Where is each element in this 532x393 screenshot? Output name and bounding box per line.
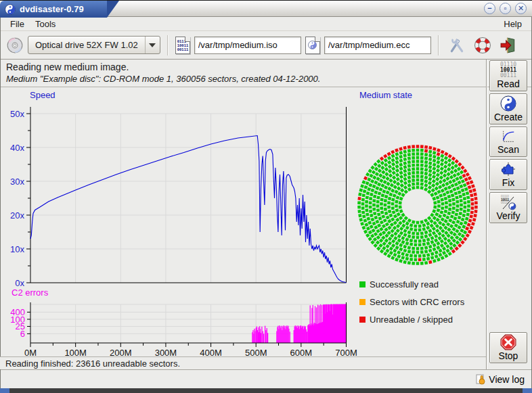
window-title: dvdisaster-0.79	[20, 4, 84, 14]
lifesaver-icon	[474, 37, 491, 54]
toolbar-separator	[167, 35, 169, 55]
iso-file-icon: 0111 10011 00111	[175, 37, 190, 54]
legend-label: Unreadable / skipped	[370, 315, 453, 325]
status-area: Reading new medium image. Medium "Exampl…	[1, 60, 531, 87]
minimize-button[interactable]: −	[484, 3, 495, 14]
exit-door-icon	[500, 37, 517, 54]
svg-text:700M: 700M	[335, 348, 357, 356]
svg-text:20x: 20x	[10, 210, 24, 221]
app-logo-yinyang-icon	[5, 4, 16, 15]
view-log-button[interactable]: View log	[476, 373, 525, 385]
menu-tools[interactable]: Tools	[30, 18, 61, 30]
legend-item-unreadable: Unreadable / skipped	[359, 315, 464, 325]
resize-grip-right[interactable]	[523, 388, 532, 393]
status-line-1: Reading new medium image.	[6, 62, 531, 72]
scan-label: Scan	[497, 144, 519, 155]
green-square-icon	[359, 281, 365, 287]
orange-square-icon	[359, 299, 365, 305]
medium-state-legend: Successfully read Sectors with CRC error…	[359, 279, 464, 325]
iso-path-input[interactable]	[194, 37, 301, 54]
verify-icon: 01110 10011 00111	[500, 194, 516, 210]
svg-text:30x: 30x	[10, 177, 24, 187]
ecc-file-icon	[305, 37, 320, 54]
cd-drive-icon	[6, 37, 24, 54]
fix-label: Fix	[502, 177, 515, 188]
legend-item-success: Successfully read	[359, 279, 464, 290]
svg-text:500M: 500M	[245, 348, 267, 356]
puzzle-piece-icon	[500, 161, 516, 177]
svg-text:100M: 100M	[64, 348, 87, 356]
legend-label: Sectors with CRC errors	[370, 297, 464, 307]
stop-label: Stop	[499, 350, 518, 361]
ecc-yinyang-icon	[308, 41, 317, 49]
preferences-button[interactable]	[446, 34, 468, 56]
dvdisaster-window: dvdisaster-0.79 − ▫ ✕ File Tools Help Op…	[0, 0, 532, 393]
read-label: Read	[497, 78, 519, 89]
drive-select[interactable]: Optical drive 52X FW 1.02	[28, 36, 160, 54]
scan-chart-icon	[500, 129, 516, 144]
svg-text:0x: 0x	[15, 278, 24, 288]
create-yinyang-icon	[500, 95, 516, 112]
toolbar: Optical drive 52X FW 1.02 0111 10011 001…	[1, 31, 531, 60]
view-log-hand-icon	[476, 373, 487, 385]
toolbar-separator	[438, 35, 439, 55]
verify-label: Verify	[496, 210, 520, 221]
bottom-status-text: Reading finished: 23616 unreadable secto…	[5, 359, 180, 369]
tools-wrench-icon	[448, 37, 466, 54]
scan-button[interactable]: Scan	[489, 126, 527, 157]
create-button[interactable]: Create	[489, 93, 527, 124]
title-tab: dvdisaster-0.79	[0, 1, 107, 18]
ecc-path-input[interactable]	[324, 37, 431, 54]
help-button[interactable]	[472, 34, 493, 56]
binary-read-icon: 01110 10011 00111	[500, 62, 516, 78]
menu-help[interactable]: Help	[498, 18, 527, 30]
footer-bar: View log	[1, 369, 531, 388]
view-log-label: View log	[489, 374, 525, 385]
fix-button[interactable]: Fix	[489, 159, 527, 190]
title-bar[interactable]: dvdisaster-0.79 − ▫ ✕	[0, 0, 532, 17]
red-square-icon	[359, 317, 365, 323]
svg-text:0M: 0M	[24, 348, 37, 356]
svg-text:400M: 400M	[200, 348, 222, 356]
svg-text:40x: 40x	[10, 143, 24, 153]
drive-select-arrow-box[interactable]	[145, 37, 160, 53]
stop-icon	[500, 334, 516, 350]
drive-select-value: Optical drive 52X FW 1.02	[28, 40, 145, 50]
action-column: 01110 10011 00111 Read Create Scan	[489, 60, 528, 369]
svg-text:50x: 50x	[10, 109, 24, 119]
svg-text:6: 6	[20, 329, 25, 339]
chevron-down-icon	[149, 43, 156, 47]
bottom-status: Reading finished: 23616 unreadable secto…	[0, 356, 486, 369]
legend-item-crc: Sectors with CRC errors	[359, 297, 464, 307]
exit-button[interactable]	[497, 34, 519, 56]
side-separator	[486, 60, 487, 369]
window-bottom-border	[0, 388, 532, 393]
read-button[interactable]: 01110 10011 00111 Read	[489, 60, 527, 91]
menu-bar: File Tools Help	[1, 18, 531, 31]
resize-grip-left[interactable]	[0, 388, 9, 393]
legend-label: Successfully read	[370, 279, 439, 290]
create-label: Create	[494, 112, 523, 122]
maximize-button[interactable]: ▫	[500, 3, 511, 14]
close-button[interactable]: ✕	[515, 3, 527, 14]
stop-button[interactable]: Stop	[489, 332, 527, 363]
status-line-2: Medium "Example disc": CD-ROM mode 1, 36…	[6, 74, 531, 84]
menu-file[interactable]: File	[5, 18, 30, 30]
iso-icon-line: 00111	[177, 47, 189, 51]
svg-text:200M: 200M	[110, 348, 132, 356]
svg-text:300M: 300M	[155, 348, 177, 356]
svg-text:10x: 10x	[10, 244, 24, 254]
verify-button[interactable]: 01110 10011 00111 Verify	[489, 192, 527, 223]
svg-text:600M: 600M	[290, 348, 313, 356]
